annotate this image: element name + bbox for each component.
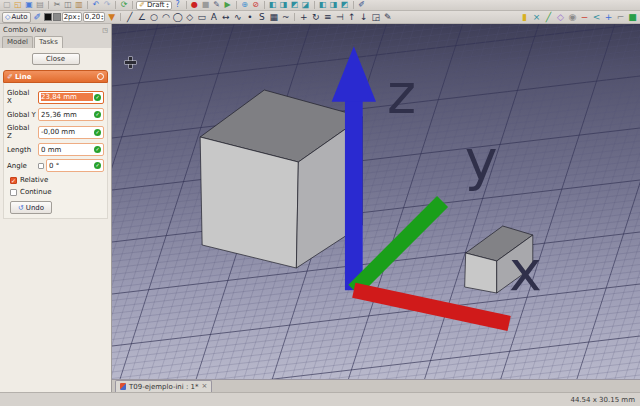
spinner-arrows-icon: ▴▾	[101, 14, 103, 20]
draft-rotate-icon[interactable]: ↻	[310, 11, 321, 23]
whats-this-icon[interactable]: ?	[173, 0, 183, 10]
draft-facebinder-icon[interactable]: ▦	[268, 11, 279, 23]
angle-lock-checkbox[interactable]	[38, 163, 44, 169]
draft-bezier-icon[interactable]: ~	[280, 11, 291, 23]
field-input-length[interactable]: 0 mm✓	[38, 143, 104, 156]
draft-trimex-icon[interactable]: ⊣	[334, 11, 345, 23]
stop-operation-icon[interactable]: ⊘	[251, 0, 261, 10]
draft-circle-icon[interactable]: ○	[148, 11, 159, 23]
macro-edit-icon[interactable]: ✎	[212, 0, 222, 10]
snap-dimensions-icon[interactable]: ⌐	[615, 11, 626, 23]
cut-icon[interactable]: ✂	[52, 0, 62, 10]
print-icon[interactable]: ▤	[35, 0, 45, 10]
document-tab-label: T09-ejemplo-ini : 1*	[129, 383, 199, 391]
macro-stop-icon[interactable]: ■	[201, 0, 211, 10]
view-isometric-icon[interactable]: ◧	[268, 0, 278, 10]
draft-workbench-icon: ✐	[139, 1, 145, 9]
save-document-icon[interactable]: ▣	[24, 0, 34, 10]
close-tab-icon[interactable]: ×	[202, 383, 208, 390]
view-top-icon[interactable]: ◩	[290, 0, 300, 10]
field-input-global-x[interactable]: 23,84 mm✓	[38, 91, 104, 104]
toolbar-separator	[115, 1, 116, 9]
field-input-global-y[interactable]: 25,36 mm✓	[38, 108, 104, 121]
view-right-icon[interactable]: ◪	[301, 0, 311, 10]
crosshair-cursor	[125, 57, 136, 68]
line-task-body: Global X23,84 mm✓Global Y25,36 mm✓Global…	[3, 83, 108, 219]
large-cube-right-face[interactable]	[296, 117, 362, 268]
draft-downgrade-icon[interactable]: ↓	[358, 11, 369, 23]
draft-text-icon[interactable]: A	[208, 11, 219, 23]
continue-checkbox[interactable]	[10, 189, 17, 196]
line-width-spinner[interactable]: 2px ▴▾	[62, 12, 82, 22]
field-input-angle[interactable]: 0 °✓	[46, 159, 104, 172]
draft-rectangle-icon[interactable]: ▭	[196, 11, 207, 23]
workbench-selector[interactable]: ✐ Draft ▴▾	[136, 1, 172, 10]
large-cube-front-face[interactable]	[200, 137, 298, 268]
text-scale-spinner[interactable]: 0,20 ▴▾	[83, 12, 106, 22]
view-bottom-icon[interactable]: ◨	[329, 0, 339, 10]
draft-edit-mode-icon[interactable]: ✐	[357, 0, 367, 10]
snap-intersection-icon[interactable]: ×	[531, 11, 542, 23]
snap-special-icon[interactable]: ◇	[555, 11, 566, 23]
3d-viewport[interactable]: z y x	[112, 24, 640, 379]
toolbar-separator	[236, 1, 237, 9]
small-box-top-face[interactable]	[466, 226, 533, 261]
tab-tasks[interactable]: Tasks	[34, 36, 63, 48]
draft-ellipse-icon[interactable]: ◯	[172, 11, 183, 23]
draft-scale-icon[interactable]: ◲	[370, 11, 381, 23]
snap-grid-icon[interactable]: +	[603, 11, 614, 23]
draft-arc-icon[interactable]: ◠	[160, 11, 171, 23]
view-fit-all-icon[interactable]: ⊕	[240, 0, 250, 10]
view-rear-icon[interactable]: ◧	[318, 0, 328, 10]
undo-button[interactable]: ↺ Undo	[10, 201, 52, 214]
draft-subelement-edit-icon[interactable]: ✎	[382, 11, 393, 23]
relative-checkbox-label: Relative	[20, 176, 48, 184]
large-cube[interactable]	[200, 90, 362, 268]
relative-checkbox[interactable]: ✓	[10, 177, 17, 184]
draft-move-icon[interactable]: +	[298, 11, 309, 23]
snap-near-icon[interactable]: −	[579, 11, 590, 23]
view-front-icon[interactable]: ◨	[279, 0, 289, 10]
draft-point-icon[interactable]: •	[244, 11, 255, 23]
view-left-icon[interactable]: ◩	[340, 0, 350, 10]
undo-icon[interactable]: ↶	[91, 0, 101, 10]
document-tab[interactable]: T09-ejemplo-ini : 1* ×	[115, 380, 212, 392]
small-box-front-face[interactable]	[465, 253, 497, 293]
draft-line-icon[interactable]: ╱	[124, 11, 135, 23]
autogroup-icon[interactable]: ▼	[106, 11, 117, 23]
new-document-icon[interactable]: ▢	[2, 0, 12, 10]
copy-icon[interactable]: ◫	[63, 0, 73, 10]
refresh-icon[interactable]: ⟳	[119, 0, 129, 10]
draft-upgrade-icon[interactable]: ↑	[346, 11, 357, 23]
macro-execute-icon[interactable]: ▶	[223, 0, 233, 10]
tab-model[interactable]: Model	[2, 36, 33, 48]
draft-polygon-icon[interactable]: ◇	[184, 11, 195, 23]
redo-icon[interactable]: ↷	[102, 0, 112, 10]
draft-wire-icon[interactable]: ∠	[136, 11, 147, 23]
snap-lock-icon[interactable]: ▮	[519, 11, 530, 23]
dock-float-icon[interactable]: ◳	[102, 26, 108, 33]
snap-working-plane-icon[interactable]: ■	[627, 11, 638, 23]
large-cube-top-face[interactable]	[200, 90, 362, 162]
snap-ortho-icon[interactable]: <	[591, 11, 602, 23]
draft-shapestring-icon[interactable]: S	[256, 11, 267, 23]
working-plane-button[interactable]: ◇ Auto	[2, 12, 31, 23]
open-document-icon[interactable]: ◱	[13, 0, 23, 10]
construction-mode-icon[interactable]: ✐	[32, 11, 43, 23]
draft-dimension-icon[interactable]: ↔	[220, 11, 231, 23]
snap-center-icon[interactable]: ◉	[567, 11, 578, 23]
draft-offset-icon[interactable]: ≡	[322, 11, 333, 23]
draft-bspline-icon[interactable]: ∿	[232, 11, 243, 23]
snap-parallel-icon[interactable]: ╱	[543, 11, 554, 23]
macro-record-icon[interactable]: ●	[190, 0, 200, 10]
close-button[interactable]: Close	[32, 53, 80, 65]
task-header-badge-icon[interactable]	[97, 73, 104, 80]
line-color-swatch[interactable]	[44, 13, 52, 21]
continue-checkbox-label: Continue	[20, 188, 51, 196]
field-label-global-y: Global Y	[7, 111, 36, 119]
field-input-global-z[interactable]: -0,00 mm✓	[38, 126, 104, 139]
small-box[interactable]	[465, 226, 533, 293]
paste-icon[interactable]: ▥	[74, 0, 84, 10]
face-color-swatch[interactable]	[53, 13, 61, 21]
small-box-right-face[interactable]	[497, 235, 533, 293]
